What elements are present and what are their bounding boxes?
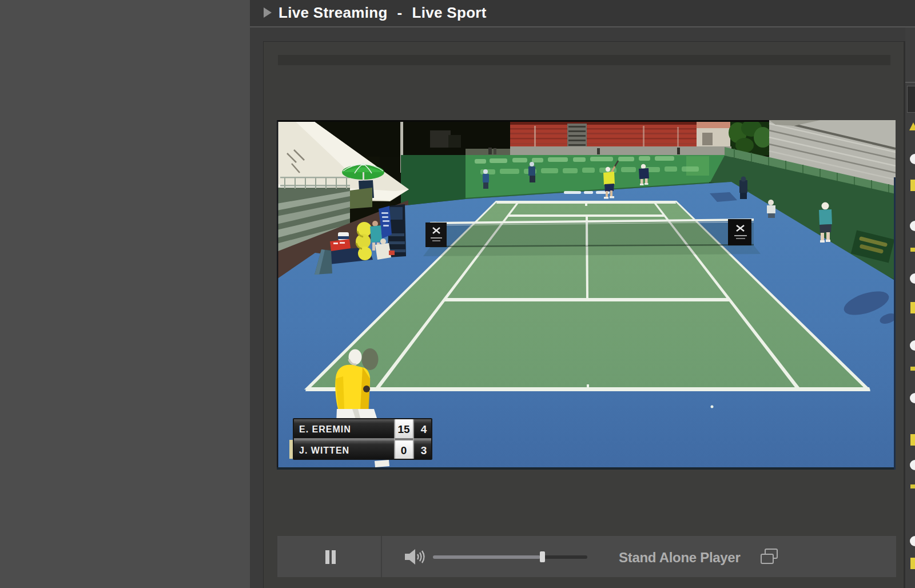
svg-text:15: 15 [397,423,410,435]
svg-text:0: 0 [401,444,407,456]
svg-text:E. EREMIN: E. EREMIN [299,424,351,434]
svg-text:4: 4 [421,423,427,435]
svg-text:J. WITTEN: J. WITTEN [299,446,349,455]
svg-text:3: 3 [421,444,427,456]
